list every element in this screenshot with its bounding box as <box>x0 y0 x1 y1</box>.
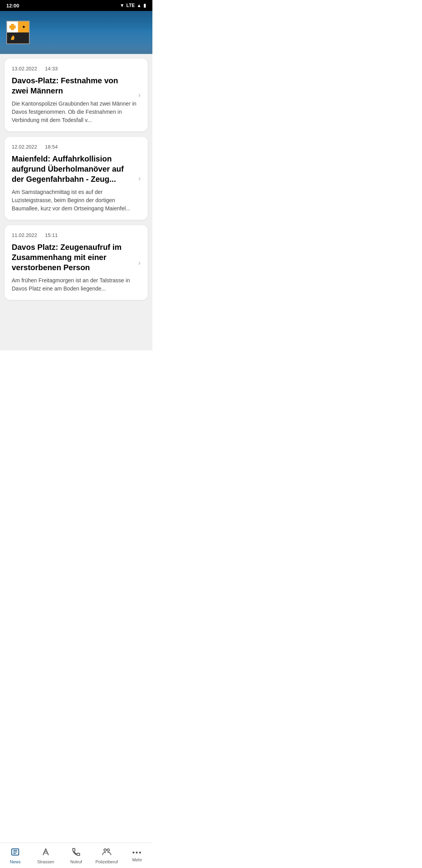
news-list: 13.02.2022 14:33 Davos-Platz: Festnahme … <box>0 54 152 350</box>
wifi-icon: ▼ <box>120 3 124 8</box>
news-time-1: 14:33 <box>45 66 58 72</box>
battery-icon: ▮ <box>143 3 146 8</box>
news-card-2[interactable]: 12.02.2022 18:54 Maienfeld: Auffahrkolli… <box>5 137 148 220</box>
status-icons: ▼ LTE ▲ ▮ <box>120 3 146 8</box>
chevron-icon-2: › <box>138 174 141 183</box>
news-meta-1: 13.02.2022 14:33 <box>12 66 141 72</box>
chevron-icon-3: › <box>138 258 141 267</box>
news-date-2: 12.02.2022 <box>12 144 37 150</box>
news-time-2: 18:54 <box>45 144 58 150</box>
chevron-icon-1: › <box>138 91 141 99</box>
news-title-1: Davos-Platz: Festnahme von zwei Männern <box>12 75 141 96</box>
news-date-1: 13.02.2022 <box>12 66 37 72</box>
lte-label: LTE <box>126 3 135 8</box>
signal-icon: ▲ <box>137 3 141 8</box>
news-card-1[interactable]: 13.02.2022 14:33 Davos-Platz: Festnahme … <box>5 59 148 131</box>
status-time: 12:00 <box>6 3 19 9</box>
news-excerpt-1: Die Kantonspolizei Graubünden hat zwei M… <box>12 100 141 124</box>
news-time-3: 15:11 <box>45 232 58 238</box>
news-meta-3: 11.02.2022 15:11 <box>12 232 141 238</box>
news-excerpt-3: Am frühen Freitagmorgen ist an der Talst… <box>12 276 141 293</box>
news-title-2: Maienfeld: Auffahrkollision aufgrund Übe… <box>12 154 141 184</box>
news-date-3: 11.02.2022 <box>12 232 37 238</box>
news-excerpt-2: Am Samstagnachmittag ist es auf der Luzi… <box>12 188 141 213</box>
news-meta-2: 12.02.2022 18:54 <box>12 144 141 150</box>
app-header: ✦ ♞ <box>0 11 152 54</box>
status-bar: 12:00 ▼ LTE ▲ ▮ <box>0 0 152 11</box>
news-title-3: Davos Platz: Zeugenaufruf im Zusammenhan… <box>12 242 141 273</box>
news-card-3[interactable]: 11.02.2022 15:11 Davos Platz: Zeugenaufr… <box>5 225 148 300</box>
app-logo: ✦ ♞ <box>6 21 30 44</box>
